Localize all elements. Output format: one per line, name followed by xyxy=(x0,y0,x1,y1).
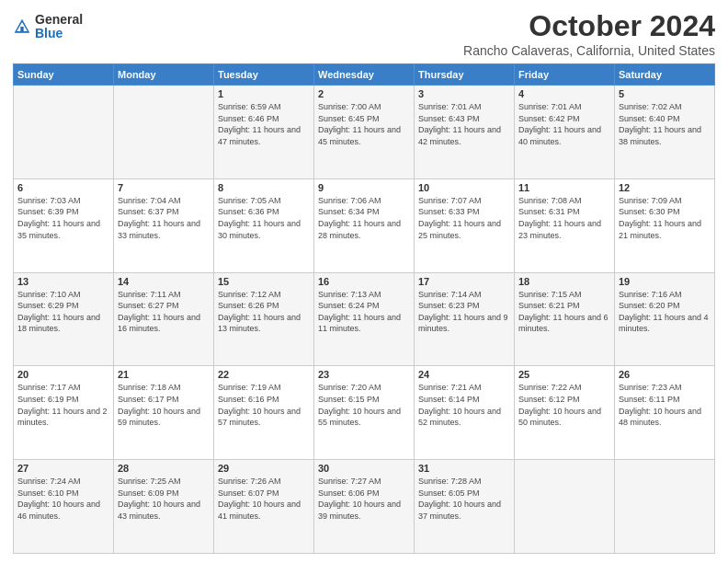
day-cell: 29Sunrise: 7:26 AM Sunset: 6:07 PM Dayli… xyxy=(214,460,314,554)
header-cell-monday: Monday xyxy=(114,64,214,86)
header-cell-saturday: Saturday xyxy=(615,64,715,86)
day-number: 13 xyxy=(17,276,109,287)
day-number: 17 xyxy=(418,276,510,287)
day-cell: 31Sunrise: 7:28 AM Sunset: 6:05 PM Dayli… xyxy=(415,460,515,554)
day-cell: 2Sunrise: 7:00 AM Sunset: 6:45 PM Daylig… xyxy=(314,86,415,179)
day-cell: 9Sunrise: 7:06 AM Sunset: 6:34 PM Daylig… xyxy=(314,178,415,272)
week-row-2: 6Sunrise: 7:03 AM Sunset: 6:39 PM Daylig… xyxy=(14,178,715,272)
day-info: Sunrise: 7:16 AM Sunset: 6:20 PM Dayligh… xyxy=(619,289,711,335)
day-info: Sunrise: 7:11 AM Sunset: 6:27 PM Dayligh… xyxy=(118,289,210,335)
day-cell: 16Sunrise: 7:13 AM Sunset: 6:24 PM Dayli… xyxy=(314,272,415,366)
day-number: 19 xyxy=(619,276,711,287)
day-number: 27 xyxy=(17,463,109,474)
day-info: Sunrise: 7:09 AM Sunset: 6:30 PM Dayligh… xyxy=(619,195,711,241)
day-cell: 28Sunrise: 7:25 AM Sunset: 6:09 PM Dayli… xyxy=(114,460,214,554)
day-number: 6 xyxy=(17,182,109,193)
day-cell: 18Sunrise: 7:15 AM Sunset: 6:21 PM Dayli… xyxy=(515,272,615,366)
day-cell: 15Sunrise: 7:12 AM Sunset: 6:26 PM Dayli… xyxy=(214,272,314,366)
day-number: 14 xyxy=(118,276,210,287)
day-number: 2 xyxy=(318,88,410,99)
day-info: Sunrise: 7:07 AM Sunset: 6:33 PM Dayligh… xyxy=(418,195,510,241)
day-info: Sunrise: 7:10 AM Sunset: 6:29 PM Dayligh… xyxy=(17,289,109,335)
day-info: Sunrise: 7:17 AM Sunset: 6:19 PM Dayligh… xyxy=(17,382,109,428)
day-number: 1 xyxy=(218,88,310,99)
day-cell: 24Sunrise: 7:21 AM Sunset: 6:14 PM Dayli… xyxy=(415,366,515,460)
week-row-1: 1Sunrise: 6:59 AM Sunset: 6:46 PM Daylig… xyxy=(14,86,715,179)
day-cell: 21Sunrise: 7:18 AM Sunset: 6:17 PM Dayli… xyxy=(114,366,214,460)
day-info: Sunrise: 7:23 AM Sunset: 6:11 PM Dayligh… xyxy=(619,382,711,428)
calendar-header-row: SundayMondayTuesdayWednesdayThursdayFrid… xyxy=(14,64,715,86)
day-cell: 3Sunrise: 7:01 AM Sunset: 6:43 PM Daylig… xyxy=(415,86,515,179)
day-number: 29 xyxy=(218,463,310,474)
subtitle: Rancho Calaveras, California, United Sta… xyxy=(463,43,715,58)
day-number: 4 xyxy=(518,88,610,99)
day-number: 23 xyxy=(318,369,410,380)
day-number: 20 xyxy=(17,369,109,380)
page: General Blue October 2024 Rancho Calaver… xyxy=(0,0,728,563)
day-cell: 11Sunrise: 7:08 AM Sunset: 6:31 PM Dayli… xyxy=(515,178,615,272)
main-title: October 2024 xyxy=(463,9,715,43)
day-cell: 10Sunrise: 7:07 AM Sunset: 6:33 PM Dayli… xyxy=(415,178,515,272)
day-number: 10 xyxy=(418,182,510,193)
day-cell xyxy=(515,460,615,554)
day-info: Sunrise: 6:59 AM Sunset: 6:46 PM Dayligh… xyxy=(218,101,310,147)
day-cell: 17Sunrise: 7:14 AM Sunset: 6:23 PM Dayli… xyxy=(415,272,515,366)
header-cell-tuesday: Tuesday xyxy=(214,64,314,86)
week-row-3: 13Sunrise: 7:10 AM Sunset: 6:29 PM Dayli… xyxy=(14,272,715,366)
day-number: 26 xyxy=(619,369,711,380)
day-number: 9 xyxy=(318,182,410,193)
day-number: 5 xyxy=(619,88,711,99)
day-number: 30 xyxy=(318,463,410,474)
day-info: Sunrise: 7:13 AM Sunset: 6:24 PM Dayligh… xyxy=(318,289,410,335)
day-info: Sunrise: 7:27 AM Sunset: 6:06 PM Dayligh… xyxy=(318,476,410,522)
day-number: 21 xyxy=(118,369,210,380)
day-number: 8 xyxy=(218,182,310,193)
day-info: Sunrise: 7:18 AM Sunset: 6:17 PM Dayligh… xyxy=(118,382,210,428)
header-cell-wednesday: Wednesday xyxy=(314,64,415,86)
header: General Blue October 2024 Rancho Calaver… xyxy=(13,9,715,58)
day-info: Sunrise: 7:08 AM Sunset: 6:31 PM Dayligh… xyxy=(518,195,610,241)
day-info: Sunrise: 7:00 AM Sunset: 6:45 PM Dayligh… xyxy=(318,101,410,147)
day-info: Sunrise: 7:26 AM Sunset: 6:07 PM Dayligh… xyxy=(218,476,310,522)
day-cell: 26Sunrise: 7:23 AM Sunset: 6:11 PM Dayli… xyxy=(615,366,715,460)
logo-general-text: General xyxy=(35,13,83,27)
day-info: Sunrise: 7:14 AM Sunset: 6:23 PM Dayligh… xyxy=(418,289,510,335)
logo-text: General Blue xyxy=(35,13,83,41)
week-row-4: 20Sunrise: 7:17 AM Sunset: 6:19 PM Dayli… xyxy=(14,366,715,460)
title-block: October 2024 Rancho Calaveras, Californi… xyxy=(463,9,715,58)
day-cell: 8Sunrise: 7:05 AM Sunset: 6:36 PM Daylig… xyxy=(214,178,314,272)
day-cell: 22Sunrise: 7:19 AM Sunset: 6:16 PM Dayli… xyxy=(214,366,314,460)
day-cell: 7Sunrise: 7:04 AM Sunset: 6:37 PM Daylig… xyxy=(114,178,214,272)
day-number: 3 xyxy=(418,88,510,99)
day-info: Sunrise: 7:15 AM Sunset: 6:21 PM Dayligh… xyxy=(518,289,610,335)
day-cell: 13Sunrise: 7:10 AM Sunset: 6:29 PM Dayli… xyxy=(14,272,114,366)
day-info: Sunrise: 7:20 AM Sunset: 6:15 PM Dayligh… xyxy=(318,382,410,428)
day-info: Sunrise: 7:02 AM Sunset: 6:40 PM Dayligh… xyxy=(619,101,711,147)
day-info: Sunrise: 7:04 AM Sunset: 6:37 PM Dayligh… xyxy=(118,195,210,241)
day-cell: 4Sunrise: 7:01 AM Sunset: 6:42 PM Daylig… xyxy=(515,86,615,179)
day-cell xyxy=(14,86,114,179)
day-info: Sunrise: 7:01 AM Sunset: 6:43 PM Dayligh… xyxy=(418,101,510,147)
svg-rect-2 xyxy=(20,27,23,31)
day-info: Sunrise: 7:21 AM Sunset: 6:14 PM Dayligh… xyxy=(418,382,510,428)
logo-icon xyxy=(13,17,31,36)
day-number: 15 xyxy=(218,276,310,287)
day-info: Sunrise: 7:24 AM Sunset: 6:10 PM Dayligh… xyxy=(17,476,109,522)
day-cell: 25Sunrise: 7:22 AM Sunset: 6:12 PM Dayli… xyxy=(515,366,615,460)
day-cell: 19Sunrise: 7:16 AM Sunset: 6:20 PM Dayli… xyxy=(615,272,715,366)
header-cell-friday: Friday xyxy=(515,64,615,86)
day-info: Sunrise: 7:25 AM Sunset: 6:09 PM Dayligh… xyxy=(118,476,210,522)
day-number: 12 xyxy=(619,182,711,193)
day-info: Sunrise: 7:22 AM Sunset: 6:12 PM Dayligh… xyxy=(518,382,610,428)
day-cell: 12Sunrise: 7:09 AM Sunset: 6:30 PM Dayli… xyxy=(615,178,715,272)
day-cell: 30Sunrise: 7:27 AM Sunset: 6:06 PM Dayli… xyxy=(314,460,415,554)
day-number: 31 xyxy=(418,463,510,474)
day-number: 11 xyxy=(518,182,610,193)
day-cell xyxy=(114,86,214,179)
day-cell: 20Sunrise: 7:17 AM Sunset: 6:19 PM Dayli… xyxy=(14,366,114,460)
day-cell xyxy=(615,460,715,554)
day-info: Sunrise: 7:28 AM Sunset: 6:05 PM Dayligh… xyxy=(418,476,510,522)
header-cell-thursday: Thursday xyxy=(415,64,515,86)
logo: General Blue xyxy=(13,13,83,41)
day-number: 18 xyxy=(518,276,610,287)
